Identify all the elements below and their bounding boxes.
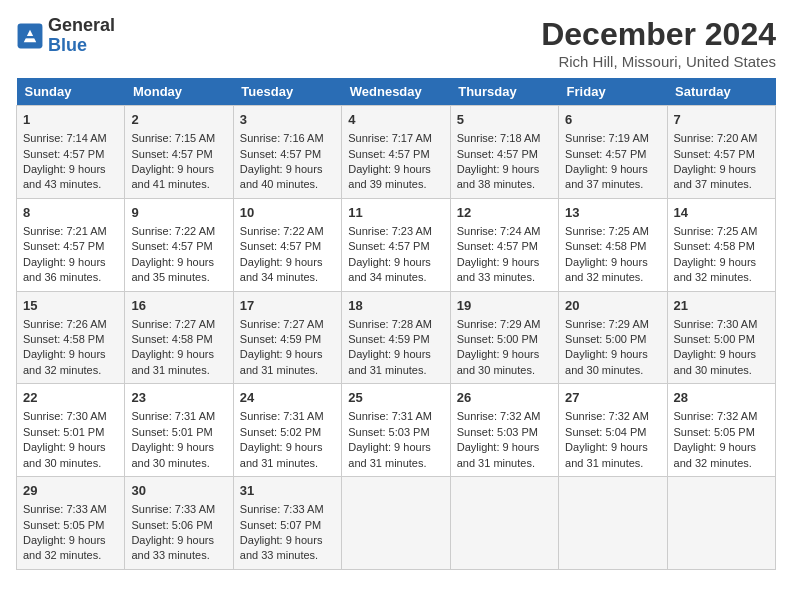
logo: General Blue — [16, 16, 115, 56]
sunset-text: Sunset: 4:58 PM — [674, 240, 755, 252]
daylight-text: Daylight: 9 hours and 31 minutes. — [240, 348, 323, 375]
calendar-cell: 21Sunrise: 7:30 AMSunset: 5:00 PMDayligh… — [667, 291, 775, 384]
day-number: 3 — [240, 111, 335, 129]
day-number: 21 — [674, 297, 769, 315]
sunset-text: Sunset: 4:57 PM — [23, 148, 104, 160]
calendar-cell: 3Sunrise: 7:16 AMSunset: 4:57 PMDaylight… — [233, 106, 341, 199]
sunrise-text: Sunrise: 7:22 AM — [240, 225, 324, 237]
sunrise-text: Sunrise: 7:18 AM — [457, 132, 541, 144]
daylight-text: Daylight: 9 hours and 31 minutes. — [565, 441, 648, 468]
daylight-text: Daylight: 9 hours and 32 minutes. — [23, 534, 106, 561]
sunset-text: Sunset: 4:57 PM — [131, 148, 212, 160]
sunset-text: Sunset: 5:03 PM — [348, 426, 429, 438]
sunrise-text: Sunrise: 7:16 AM — [240, 132, 324, 144]
daylight-text: Daylight: 9 hours and 31 minutes. — [457, 441, 540, 468]
sunset-text: Sunset: 4:57 PM — [131, 240, 212, 252]
sunset-text: Sunset: 5:04 PM — [565, 426, 646, 438]
sunrise-text: Sunrise: 7:31 AM — [240, 410, 324, 422]
sunrise-text: Sunrise: 7:32 AM — [674, 410, 758, 422]
calendar-cell: 25Sunrise: 7:31 AMSunset: 5:03 PMDayligh… — [342, 384, 450, 477]
sunrise-text: Sunrise: 7:29 AM — [565, 318, 649, 330]
calendar-week-row: 15Sunrise: 7:26 AMSunset: 4:58 PMDayligh… — [17, 291, 776, 384]
daylight-text: Daylight: 9 hours and 30 minutes. — [131, 441, 214, 468]
calendar-body: 1Sunrise: 7:14 AMSunset: 4:57 PMDaylight… — [17, 106, 776, 570]
daylight-text: Daylight: 9 hours and 37 minutes. — [565, 163, 648, 190]
day-number: 2 — [131, 111, 226, 129]
day-number: 30 — [131, 482, 226, 500]
calendar-week-row: 8Sunrise: 7:21 AMSunset: 4:57 PMDaylight… — [17, 198, 776, 291]
day-number: 16 — [131, 297, 226, 315]
daylight-text: Daylight: 9 hours and 30 minutes. — [23, 441, 106, 468]
sunset-text: Sunset: 4:57 PM — [240, 240, 321, 252]
day-number: 24 — [240, 389, 335, 407]
calendar-cell: 16Sunrise: 7:27 AMSunset: 4:58 PMDayligh… — [125, 291, 233, 384]
sunset-text: Sunset: 4:57 PM — [348, 148, 429, 160]
calendar-week-row: 29Sunrise: 7:33 AMSunset: 5:05 PMDayligh… — [17, 477, 776, 570]
day-number: 17 — [240, 297, 335, 315]
daylight-text: Daylight: 9 hours and 38 minutes. — [457, 163, 540, 190]
calendar-cell: 27Sunrise: 7:32 AMSunset: 5:04 PMDayligh… — [559, 384, 667, 477]
day-number: 20 — [565, 297, 660, 315]
day-number: 11 — [348, 204, 443, 222]
calendar-cell: 8Sunrise: 7:21 AMSunset: 4:57 PMDaylight… — [17, 198, 125, 291]
day-number: 8 — [23, 204, 118, 222]
sunset-text: Sunset: 5:01 PM — [131, 426, 212, 438]
daylight-text: Daylight: 9 hours and 30 minutes. — [457, 348, 540, 375]
calendar-week-row: 22Sunrise: 7:30 AMSunset: 5:01 PMDayligh… — [17, 384, 776, 477]
calendar-day-header: Wednesday — [342, 78, 450, 106]
calendar-cell: 20Sunrise: 7:29 AMSunset: 5:00 PMDayligh… — [559, 291, 667, 384]
logo-line2: Blue — [48, 36, 115, 56]
sunset-text: Sunset: 4:59 PM — [348, 333, 429, 345]
day-number: 31 — [240, 482, 335, 500]
sunrise-text: Sunrise: 7:23 AM — [348, 225, 432, 237]
calendar-cell: 2Sunrise: 7:15 AMSunset: 4:57 PMDaylight… — [125, 106, 233, 199]
sunrise-text: Sunrise: 7:33 AM — [131, 503, 215, 515]
sunset-text: Sunset: 5:01 PM — [23, 426, 104, 438]
day-number: 19 — [457, 297, 552, 315]
calendar-cell: 22Sunrise: 7:30 AMSunset: 5:01 PMDayligh… — [17, 384, 125, 477]
day-number: 1 — [23, 111, 118, 129]
day-number: 14 — [674, 204, 769, 222]
logo-line1: General — [48, 16, 115, 36]
daylight-text: Daylight: 9 hours and 31 minutes. — [131, 348, 214, 375]
daylight-text: Daylight: 9 hours and 40 minutes. — [240, 163, 323, 190]
calendar-cell: 9Sunrise: 7:22 AMSunset: 4:57 PMDaylight… — [125, 198, 233, 291]
daylight-text: Daylight: 9 hours and 33 minutes. — [240, 534, 323, 561]
sunrise-text: Sunrise: 7:29 AM — [457, 318, 541, 330]
daylight-text: Daylight: 9 hours and 33 minutes. — [131, 534, 214, 561]
daylight-text: Daylight: 9 hours and 39 minutes. — [348, 163, 431, 190]
daylight-text: Daylight: 9 hours and 41 minutes. — [131, 163, 214, 190]
logo-icon — [16, 22, 44, 50]
sunrise-text: Sunrise: 7:22 AM — [131, 225, 215, 237]
calendar-cell: 11Sunrise: 7:23 AMSunset: 4:57 PMDayligh… — [342, 198, 450, 291]
sunrise-text: Sunrise: 7:17 AM — [348, 132, 432, 144]
day-number: 13 — [565, 204, 660, 222]
day-number: 12 — [457, 204, 552, 222]
daylight-text: Daylight: 9 hours and 35 minutes. — [131, 256, 214, 283]
sunset-text: Sunset: 4:57 PM — [240, 148, 321, 160]
daylight-text: Daylight: 9 hours and 34 minutes. — [240, 256, 323, 283]
calendar-day-header: Tuesday — [233, 78, 341, 106]
calendar-cell: 30Sunrise: 7:33 AMSunset: 5:06 PMDayligh… — [125, 477, 233, 570]
day-number: 27 — [565, 389, 660, 407]
daylight-text: Daylight: 9 hours and 32 minutes. — [674, 441, 757, 468]
sunset-text: Sunset: 5:02 PM — [240, 426, 321, 438]
calendar-cell: 17Sunrise: 7:27 AMSunset: 4:59 PMDayligh… — [233, 291, 341, 384]
title-block: December 2024 Rich Hill, Missouri, Unite… — [541, 16, 776, 70]
sunrise-text: Sunrise: 7:24 AM — [457, 225, 541, 237]
sunrise-text: Sunrise: 7:32 AM — [565, 410, 649, 422]
calendar-cell: 6Sunrise: 7:19 AMSunset: 4:57 PMDaylight… — [559, 106, 667, 199]
calendar-cell: 18Sunrise: 7:28 AMSunset: 4:59 PMDayligh… — [342, 291, 450, 384]
day-number: 25 — [348, 389, 443, 407]
header: General Blue December 2024 Rich Hill, Mi… — [16, 16, 776, 70]
calendar-cell: 12Sunrise: 7:24 AMSunset: 4:57 PMDayligh… — [450, 198, 558, 291]
calendar-day-header: Saturday — [667, 78, 775, 106]
calendar-cell: 14Sunrise: 7:25 AMSunset: 4:58 PMDayligh… — [667, 198, 775, 291]
sunset-text: Sunset: 4:58 PM — [23, 333, 104, 345]
calendar-cell: 5Sunrise: 7:18 AMSunset: 4:57 PMDaylight… — [450, 106, 558, 199]
daylight-text: Daylight: 9 hours and 32 minutes. — [23, 348, 106, 375]
day-number: 22 — [23, 389, 118, 407]
sunset-text: Sunset: 5:00 PM — [674, 333, 755, 345]
calendar-week-row: 1Sunrise: 7:14 AMSunset: 4:57 PMDaylight… — [17, 106, 776, 199]
daylight-text: Daylight: 9 hours and 36 minutes. — [23, 256, 106, 283]
